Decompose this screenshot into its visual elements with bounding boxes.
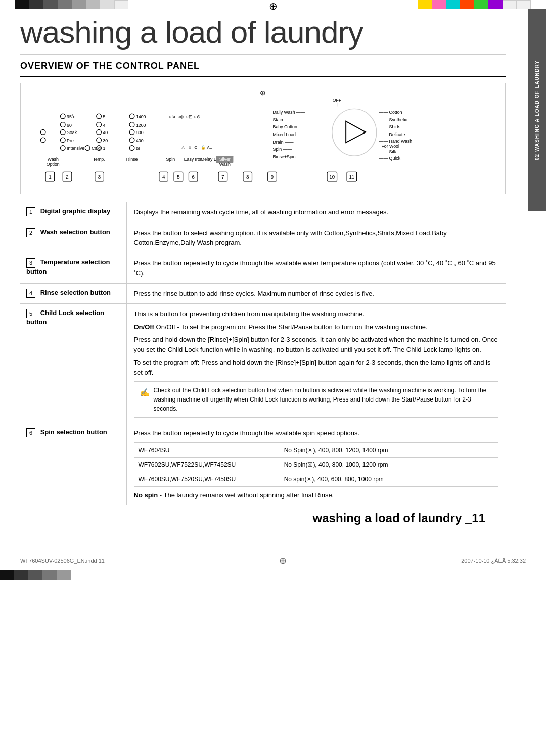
bottom-color-bar [0,570,546,580]
svg-rect-61 [332,109,377,156]
svg-text:1: 1 [103,146,105,151]
svg-point-11 [40,138,46,143]
table-row: 3 Temperature selection button Press the… [20,253,506,283]
item-badge-5: 5 [26,309,35,318]
no-spin-text: - The laundry remains wet without spinni… [160,491,334,499]
svg-point-37 [129,146,134,151]
svg-text:·······: ······· [36,130,43,135]
svg-text:Easy Iron: Easy Iron [184,157,203,162]
svg-text:Pre: Pre [67,138,74,143]
item-badge-3: 3 [26,258,35,268]
svg-text:For Wool: For Wool [382,144,400,149]
svg-text:⊙: ⊙ [194,145,198,150]
footer-registration-mark: ⊕ [279,555,287,566]
svg-point-20 [97,122,102,127]
content-cell-2: Press the button to select washing optio… [126,223,506,253]
footer-date-info: 2007-10-10 ¿ÀÈÄ 5:32:32 [461,558,526,564]
svg-text:5: 5 [103,114,105,119]
svg-text:—— Cotton: —— Cotton [379,110,402,115]
svg-text:—— Synthetic: —— Synthetic [379,117,408,122]
color-swatch [446,0,460,9]
note-icon: ✍ [140,387,150,399]
svg-text:Stain ——: Stain —— [273,117,293,122]
svg-text:☺: ☺ [188,145,192,150]
svg-point-14 [85,146,90,151]
item-badge-2: 2 [26,228,35,237]
svg-text:Wash: Wash [219,162,231,167]
spin-options-1: No Spin(☒), 400, 800, 1200, 1400 rpm [280,442,498,457]
child-lock-note: ✍ Check out the Child Lock selection but… [134,381,499,418]
bottom-swatch [42,570,57,580]
spin-model-2: WF7602SU,WF7522SU,WF7452SU [134,457,280,472]
svg-text:Rinse+Spin ——: Rinse+Spin —— [273,154,306,159]
color-swatch [460,0,474,9]
bottom-swatch [28,570,42,580]
table-row: 4 Rinse selection button Press the rinse… [20,283,506,304]
color-swatch [488,0,503,9]
bottom-swatch [57,570,71,580]
svg-text:30: 30 [103,138,108,143]
svg-text:3: 3 [98,174,101,180]
bottom-swatch [0,570,14,580]
svg-text:⊠: ⊠ [136,146,140,151]
table-row: 1 Digital graphic display Displays the r… [20,202,506,223]
svg-text:60: 60 [67,123,72,128]
label-cell-4: 4 Rinse selection button [20,283,126,304]
svg-text:9: 9 [271,174,274,180]
spin-model-1: WF7604SU [134,442,280,457]
label-cell-1: 1 Digital graphic display [20,202,126,223]
item-label-3: Temperature selection button [26,258,110,275]
top-color-bar: ⊕ [0,0,546,9]
spin-table-row-3: WF7600SU,WF7520SU,WF7450SU No spin(☒), 4… [134,472,498,486]
svg-point-33 [129,129,134,135]
page-footer: WF7604SUV-02506G_EN.indd 11 ⊕ 2007-10-10… [0,551,546,570]
svg-text:🔒: 🔒 [201,145,206,150]
item-label-6: Spin selection button [40,428,107,436]
svg-text:1400: 1400 [136,114,146,119]
svg-text:Intensive: Intensive [67,146,84,151]
svg-text:Drain ——: Drain —— [273,140,294,145]
svg-text:1: 1 [49,174,51,180]
control-panel-diagram: ⊕ 95˚c 60 ······· Soak Pre Intensive Col… [20,83,506,194]
item-label-4: Rinse selection button [40,289,111,296]
svg-point-9 [60,138,65,143]
color-swatch [86,0,100,9]
svg-text:Mixed Load ——: Mixed Load —— [273,132,306,137]
svg-point-12 [60,146,65,151]
svg-text:Aψ: Aψ [207,145,213,150]
svg-point-22 [97,129,102,135]
label-cell-3: 3 Temperature selection button [20,253,126,283]
child-lock-desc-3: Press and hold down the [Rinse]+[Spin] b… [134,335,499,354]
spin-options-3: No spin(☒), 400, 600, 800, 1000 rpm [280,472,498,486]
svg-text:6: 6 [192,174,195,180]
top-left-colors [15,0,128,9]
color-swatch [503,0,517,9]
svg-text:Wash: Wash [48,157,59,162]
spin-table-row-1: WF7604SU No Spin(☒), 400, 800, 1200, 140… [134,442,498,457]
svg-text:—— Quick: —— Quick [379,156,401,161]
svg-text:—— Shirts: —— Shirts [379,124,401,129]
svg-text:11: 11 [349,174,354,180]
svg-text:Daily Wash ——: Daily Wash —— [273,110,305,115]
svg-text:95˚c: 95˚c [67,114,76,119]
no-spin-label: No spin [134,491,158,499]
svg-text:4: 4 [162,174,165,180]
description-table: 1 Digital graphic display Displays the r… [20,202,506,505]
section-heading: OVERVIEW OF THE CONTROL PANEL [20,61,506,71]
svg-text:Rinse: Rinse [126,157,138,162]
svg-text:Spin ——: Spin —— [273,147,292,152]
svg-text:40: 40 [103,130,108,135]
svg-point-18 [97,114,102,119]
section-heading-container: OVERVIEW OF THE CONTROL PANEL [20,61,506,77]
diagram-svg: ⊕ 95˚c 60 ······· Soak Pre Intensive Col… [26,88,500,189]
svg-text:Option: Option [47,162,60,167]
color-swatch [72,0,86,9]
item-label-5: Child Lock selection button [26,309,104,326]
content-cell-6: Press the button repeatedly to cycle thr… [126,423,506,505]
svg-text:8: 8 [246,174,249,180]
svg-text:○ω· ○ψ· ○⊡·○⊙: ○ω· ○ψ· ○⊡·○⊙ [169,114,201,119]
svg-text:—— Hand Wash: —— Hand Wash [379,139,413,144]
svg-point-3 [60,122,65,127]
svg-text:Spin: Spin [166,157,175,162]
table-row: 2 Wash selection button Press the button… [20,223,506,253]
